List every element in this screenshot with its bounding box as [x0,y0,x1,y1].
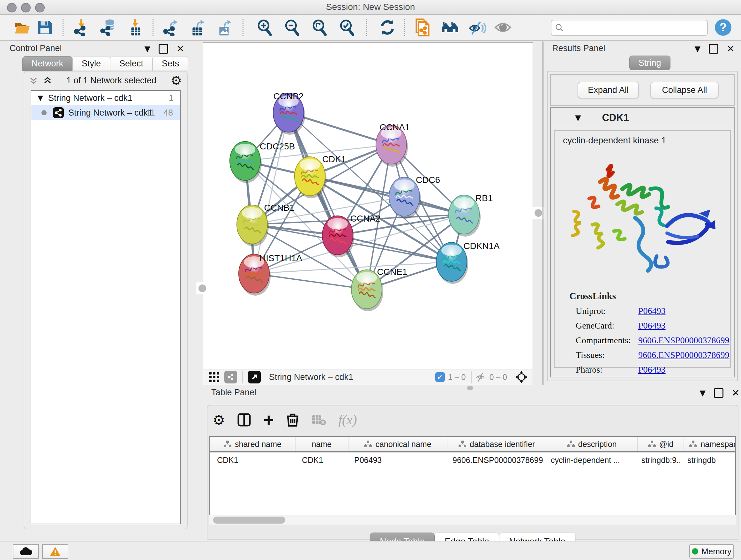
collapse-panel-icon[interactable]: ▼ [144,45,150,53]
network-collection-row[interactable]: ▼ String Network – cdk1 1 [31,91,180,105]
import-database-button[interactable] [99,18,118,37]
zoom-out-button[interactable] [283,18,300,37]
column-header-description[interactable]: description [546,437,637,451]
left-splitter-grip[interactable] [196,282,208,294]
hide-glass-eye-button[interactable] [468,18,486,37]
search-input[interactable] [567,21,707,34]
crosslink-label: Uniprot: [576,306,638,316]
section-collapse-icon[interactable]: ▼ [575,114,581,122]
crosslink-link[interactable]: 9606.ENSP00000378699 [638,350,729,360]
string-import-button[interactable] [414,18,431,37]
expand-all-button[interactable]: Expand All [578,82,639,98]
crosslink-label: Tissues: [576,350,638,360]
table-horizontal-scrollbar[interactable] [209,515,736,525]
zoom-selected-button[interactable] [338,18,355,37]
show-glass-eye-button[interactable] [494,18,512,37]
open-session-button[interactable] [13,18,31,37]
string-home-button[interactable] [441,18,459,37]
edge-count: 48 [163,108,173,118]
edge-CCNE1-HIST1H1A[interactable] [254,273,367,289]
tab-style[interactable]: Style [72,56,110,71]
selected-count: 1 – 0 [448,373,466,382]
warnings-button[interactable] [42,544,68,559]
import-network-button[interactable] [73,18,91,37]
help-button[interactable]: ? [714,18,732,37]
cell-@id[interactable]: stringdb:9... [634,452,680,468]
network-options-gear-icon[interactable]: ⚙ [171,73,182,88]
cell-namespace[interactable]: stringdb [680,452,736,468]
cell-canonical-name[interactable]: P06493 [347,452,446,468]
node-CCNA2[interactable] [322,216,354,257]
tab-select[interactable]: Select [110,56,152,71]
import-table-button[interactable] [126,18,144,37]
results-panel-splitter[interactable] [542,42,543,385]
memory-button[interactable]: Memory [689,544,734,559]
search-icon [555,23,564,33]
selected-checkbox-icon[interactable]: ✓ [435,372,445,382]
gene-name: CDK1 [602,112,629,124]
expand-all-icon[interactable] [43,76,52,85]
detach-view-icon[interactable] [248,371,261,383]
cell-database-identifier[interactable]: 9606.ENSP00000378699 [446,452,544,468]
delete-column-icon[interactable] [286,413,299,427]
crosslink-row: Uniprot: P06493 [576,306,730,316]
collapse-all-button[interactable]: Collapse All [650,82,719,98]
crosslink-link[interactable]: 9606.ENSP00000378699 [638,335,729,346]
float-panel-icon[interactable] [709,44,718,54]
network-row-selected[interactable]: String Network – cdk1 11 48 [31,105,180,120]
gene-section-header[interactable]: ▼ CDK1 [551,108,734,128]
crosslink-link[interactable]: P06493 [638,365,666,375]
column-header-database-identifier[interactable]: database identifier [448,437,546,451]
birds-eye-icon[interactable] [515,370,528,384]
column-header-canonical-name[interactable]: canonical name [348,437,448,451]
table-options-gear-icon[interactable]: ⚙ [212,412,225,428]
tree-expand-icon[interactable]: ▼ [38,95,43,102]
scrollbar-thumb[interactable] [213,516,285,523]
column-header-shared-name[interactable]: shared name [210,437,295,451]
column-header-namespace[interactable]: namespace [684,437,736,451]
refresh-icon [379,19,396,36]
node-CDK1[interactable] [294,157,327,198]
float-panel-icon[interactable] [714,388,724,398]
houses-icon [441,18,459,37]
crosslink-label: Pharos: [576,365,638,375]
edge-CDK1-RB1[interactable] [310,176,464,214]
save-session-button[interactable] [36,18,54,37]
toolbar-separator [63,19,64,36]
column-header-name[interactable]: name [295,437,348,451]
export-table-button[interactable] [189,18,207,37]
close-panel-icon[interactable]: ✕ [732,388,740,398]
crosslink-link[interactable]: P06493 [638,306,666,316]
node-label-CCNA1: CCNA1 [380,122,410,132]
cell-shared-name[interactable]: CDK1 [210,452,295,468]
tab-network[interactable]: Network [22,56,72,71]
zoom-in-button[interactable] [255,18,273,37]
collapse-panel-icon[interactable]: ▼ [699,389,705,397]
tab-string[interactable]: String [629,56,670,70]
cell-description[interactable]: cyclin-dependent ... [544,452,634,468]
grid-view-icon[interactable] [208,371,220,383]
float-panel-icon[interactable] [158,44,168,54]
hidden-count: 0 – 0 [489,373,507,382]
refresh-button[interactable] [379,18,396,37]
crosslink-link[interactable]: P06493 [638,320,666,331]
close-panel-icon[interactable]: ✕ [177,44,185,54]
add-column-icon[interactable]: + [263,414,274,426]
gene-description: cyclin-dependent kinase 1 [563,135,730,145]
network-share-view-icon[interactable] [224,371,237,383]
export-image-button[interactable] [216,18,233,37]
cell-name[interactable]: CDK1 [295,452,347,468]
hidden-eye-icon[interactable] [475,371,486,383]
edge-CCNB2-HIST1H1A[interactable] [254,113,288,273]
collapse-all-icon[interactable] [29,76,38,85]
show-columns-icon[interactable] [237,413,251,427]
table-row[interactable]: CDK1CDK1P064939606.ENSP00000378699cyclin… [210,452,735,468]
export-network-button[interactable] [162,18,180,37]
network-canvas[interactable]: CCNB2CCNA1CDC25BCDK1CDC6RB1CCNB1CCNA2CDK… [203,43,533,369]
close-panel-icon[interactable]: ✕ [727,44,735,54]
zoom-fit-button[interactable] [310,18,328,37]
column-header-@id[interactable]: @id [637,437,684,451]
tab-sets[interactable]: Sets [152,56,188,71]
cloud-status-button[interactable] [13,544,39,559]
collapse-panel-icon[interactable]: ▼ [694,45,700,53]
